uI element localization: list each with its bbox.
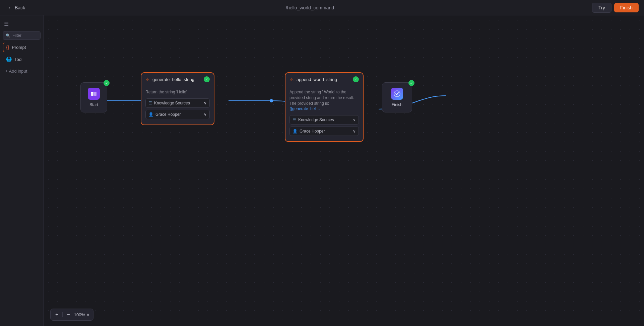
finish-node: ✓ Finish: [382, 82, 412, 112]
sidebar: ☰ 🔍 Filter {} Prompt 🌐 Tool + Add input: [0, 15, 44, 326]
finish-check-icon: ✓: [408, 80, 414, 86]
generate-hello-node: ⚠ generate_hello_string ✓ Return the str…: [141, 72, 214, 125]
filter-input-container[interactable]: 🔍 Filter: [3, 31, 41, 40]
list-icon-2: ☰: [293, 117, 296, 122]
generate-hello-description: Return the string 'Hello': [145, 89, 210, 95]
task-orange-icon-2: ⚠: [289, 77, 294, 82]
sidebar-item-label: Prompt: [12, 45, 26, 50]
tool-icon: 🌐: [6, 57, 12, 62]
search-icon: 🔍: [6, 33, 10, 38]
chevron-down-icon-3: ∨: [353, 117, 356, 122]
finish-icon: [391, 88, 403, 100]
start-node: ✓ Start: [80, 82, 107, 112]
append-world-body: Append the string ' World' to the provid…: [285, 86, 363, 141]
knowledge-sources-dropdown-1[interactable]: ☰ Knowledge Sources ∨: [145, 98, 210, 108]
append-check-icon: ✓: [353, 76, 359, 82]
append-world-node: ⚠ append_world_string ✓ Append the strin…: [285, 72, 364, 142]
start-label: Start: [89, 102, 98, 107]
chevron-down-icon-4: ∨: [353, 129, 356, 134]
finish-button[interactable]: Finish: [614, 3, 639, 12]
task-orange-icon: ⚠: [145, 77, 150, 82]
finish-label: Finish: [392, 102, 402, 107]
filter-placeholder: Filter: [12, 33, 21, 38]
zoom-out-button[interactable]: −: [65, 311, 71, 318]
prompt-icon: {}: [6, 45, 9, 50]
back-button[interactable]: ← Back: [5, 4, 28, 12]
grace-hopper-dropdown-2[interactable]: 👤 Grace Hopper ∨: [289, 127, 359, 136]
header-left: ← Back: [5, 4, 28, 12]
append-world-title: ⚠ append_world_string: [289, 77, 337, 82]
chevron-down-icon-1: ∨: [204, 101, 207, 105]
start-icon: [88, 88, 100, 100]
start-check-icon: ✓: [104, 80, 110, 86]
person-icon-1: 👤: [148, 112, 153, 117]
back-arrow-icon: ←: [8, 5, 13, 10]
svg-rect-3: [91, 92, 93, 93]
knowledge-sources-dropdown-2[interactable]: ☰ Knowledge Sources ∨: [289, 115, 359, 125]
list-icon-1: ☰: [148, 101, 152, 105]
svg-point-4: [394, 91, 400, 97]
generate-check-icon: ✓: [204, 76, 210, 82]
zoom-in-button[interactable]: +: [54, 311, 60, 318]
person-icon-2: 👤: [293, 129, 298, 134]
sidebar-item-prompt[interactable]: {} Prompt: [3, 43, 41, 52]
chevron-down-icon-2: ∨: [204, 112, 207, 117]
append-world-description: Append the string ' World' to the provid…: [289, 89, 359, 112]
append-world-header: ⚠ append_world_string ✓: [285, 73, 363, 86]
sidebar-collapse-icon[interactable]: ☰: [4, 21, 9, 27]
add-input-button[interactable]: + Add input: [3, 67, 41, 76]
node-title-text: generate_hello_string: [152, 77, 194, 82]
zoom-toolbar: + − 100% ∨: [50, 309, 93, 321]
zoom-level-display: 100% ∨: [74, 312, 90, 317]
zoom-divider: [62, 312, 63, 317]
node-title-text-2: append_world_string: [297, 77, 337, 82]
generate-hello-header: ⚠ generate_hello_string ✓: [141, 73, 214, 86]
grace-hopper-dropdown-1[interactable]: 👤 Grace Hopper ∨: [145, 110, 210, 119]
sidebar-item-tool[interactable]: 🌐 Tool: [3, 55, 41, 64]
generate-hello-body: Return the string 'Hello' ☰ Knowledge So…: [141, 86, 214, 125]
back-label: Back: [15, 5, 25, 10]
header: ← Back /hello_world_command Try Finish: [0, 0, 644, 15]
try-button[interactable]: Try: [592, 3, 611, 13]
page-title: /hello_world_command: [286, 5, 334, 10]
sidebar-item-label: Tool: [14, 57, 22, 62]
zoom-value: 100%: [74, 312, 85, 317]
header-actions: Try Finish: [592, 3, 639, 13]
generate-hello-title: ⚠ generate_hello_string: [145, 77, 194, 82]
canvas: ✓ Start ⚠ generate_hello_string ✓ Return…: [44, 15, 644, 326]
zoom-chevron-icon[interactable]: ∨: [86, 312, 90, 317]
svg-point-0: [270, 99, 273, 102]
svg-rect-2: [94, 92, 96, 96]
sidebar-icon-row: ☰: [3, 19, 41, 28]
